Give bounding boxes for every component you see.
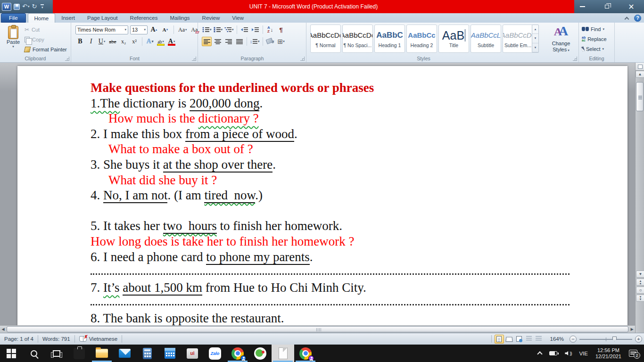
document-line[interactable]: 5. It takes her two hours to finish her … — [91, 218, 588, 234]
underline-button[interactable]: U▾ — [97, 37, 107, 46]
word-app-icon[interactable]: W — [2, 3, 11, 11]
word-document-button[interactable] — [272, 345, 294, 362]
calculator-button[interactable] — [136, 345, 158, 362]
shading-button[interactable]: ▾ — [265, 37, 275, 46]
zoom-in-icon[interactable]: + — [635, 336, 642, 343]
superscript-button[interactable]: x² — [130, 37, 139, 46]
styles-more-icon[interactable]: ▼ — [532, 43, 538, 52]
document-line[interactable]: How much is the dictionary ? — [91, 111, 588, 126]
zalo-button[interactable]: Zalo — [204, 345, 226, 362]
unikey-button[interactable]: ui — [181, 345, 204, 362]
align-left-button[interactable] — [202, 37, 212, 46]
strikethrough-button[interactable]: abe — [108, 37, 117, 46]
horizontal-scroll-thumb[interactable] — [7, 326, 628, 332]
document-line[interactable]: 2. I make this box from a piece of wood. — [91, 126, 588, 142]
tab-page-layout[interactable]: Page Layout — [81, 13, 124, 23]
tab-view[interactable]: View — [226, 13, 250, 23]
cut-button[interactable]: ✂Cut — [25, 25, 67, 33]
select-browse-object-icon[interactable]: ○ — [636, 287, 644, 294]
document-page[interactable]: Make questions for the underlined words … — [17, 66, 627, 325]
zoom-level[interactable]: 164% — [546, 336, 568, 342]
justify-button[interactable] — [234, 37, 244, 46]
battery-status[interactable] — [545, 345, 561, 362]
replace-button[interactable]: abacReplace — [582, 35, 607, 43]
full-screen-reading-view-icon[interactable] — [504, 335, 514, 344]
paragraph-dialog-launcher-icon[interactable] — [300, 57, 305, 61]
microsoft-store-button[interactable] — [68, 345, 91, 362]
document-line[interactable]: What to make a box out of ? — [91, 141, 588, 157]
font-dialog-launcher-icon[interactable] — [192, 57, 196, 61]
blank-line[interactable] — [91, 203, 588, 219]
chrome-profile1-button[interactable] — [226, 345, 249, 362]
dotted-answer-line[interactable] — [91, 295, 588, 311]
taskbar-search-button[interactable] — [23, 345, 45, 362]
document-line[interactable]: 7. It’s about 1,500 km from Hue to Ho Ch… — [91, 280, 588, 296]
shrink-font-button[interactable]: A▼ — [161, 25, 170, 34]
find-button[interactable]: Find▾ — [582, 25, 607, 33]
dotted-answer-line[interactable] — [91, 264, 588, 280]
tab-file[interactable]: File — [1, 13, 26, 23]
zoom-slider[interactable] — [579, 336, 632, 343]
chrome-profile2-button[interactable] — [294, 345, 317, 362]
align-right-button[interactable] — [223, 37, 233, 46]
document-line[interactable]: 3. She buys it at the shop over there. — [91, 157, 588, 173]
document-line[interactable]: 8. The bank is opposite the restaurant. — [91, 311, 588, 325]
scroll-left-icon[interactable]: ◀ — [0, 327, 6, 331]
decrease-indent-button[interactable] — [239, 25, 249, 34]
italic-button[interactable]: I — [86, 37, 96, 46]
clear-formatting-button[interactable]: Aa — [190, 25, 199, 34]
ruler-toggle-icon[interactable] — [636, 63, 644, 71]
scroll-up-icon[interactable]: ▲ — [636, 71, 644, 78]
document-line[interactable]: What did she buy it ? — [91, 173, 588, 188]
document-line[interactable]: Make questions for the underlined words … — [91, 80, 588, 96]
document-line[interactable]: 1.The dictionary is 200,000 dong. — [91, 96, 588, 111]
align-center-button[interactable] — [213, 37, 223, 46]
calendar-button[interactable] — [158, 345, 181, 362]
redo-icon[interactable]: ↻ — [32, 3, 37, 10]
outline-view-icon[interactable] — [524, 335, 534, 344]
mail-button[interactable] — [113, 345, 136, 362]
style-item-subtitle[interactable]: AaBbCcLSubtitle — [471, 25, 501, 53]
style-item-heading-2[interactable]: AaBbCcHeading 2 — [406, 25, 437, 53]
volume-status[interactable]: )) — [561, 345, 575, 362]
draft-view-icon[interactable] — [534, 335, 544, 344]
minimize-button[interactable] — [576, 2, 588, 11]
change-case-button[interactable]: Aa▾ — [177, 25, 188, 34]
next-page-icon[interactable]: ▼▼ — [636, 295, 644, 302]
text-effects-button[interactable]: A▾ — [145, 37, 155, 46]
document-line[interactable]: 6. I need a phone card to phone my paren… — [91, 249, 588, 265]
tab-mailings[interactable]: Mailings — [164, 13, 196, 23]
font-size-combo[interactable]: 13▾ — [130, 25, 148, 34]
previous-page-icon[interactable]: ▲▲ — [636, 279, 644, 286]
tray-expand-button[interactable] — [534, 345, 545, 362]
vertical-scroll-track[interactable] — [636, 78, 644, 262]
close-button[interactable]: ✕ — [625, 2, 637, 11]
copy-button[interactable]: Copy — [25, 35, 67, 43]
undo-dropdown-icon[interactable]: ▾ — [28, 5, 30, 8]
scroll-right-icon[interactable]: ▶ — [629, 327, 635, 331]
restore-button[interactable] — [601, 2, 613, 11]
customize-qat-icon[interactable]: ▾ — [41, 4, 44, 9]
tab-insert[interactable]: Insert — [55, 13, 81, 23]
clipboard-dialog-launcher-icon[interactable] — [65, 57, 69, 61]
styles-scroll-down-icon[interactable]: ▼ — [532, 34, 538, 43]
subscript-button[interactable]: x₂ — [119, 37, 128, 46]
proofing-status[interactable]: Vietnamese — [75, 333, 122, 345]
coccoc-button[interactable] — [249, 345, 272, 362]
document-line[interactable]: How long does is take her to finish her … — [91, 234, 588, 249]
vertical-scroll-thumb[interactable] — [636, 82, 644, 111]
show-hide-marks-button[interactable]: ¶ — [276, 25, 286, 34]
style-item-normal[interactable]: AaBbCcDc¶ Normal — [310, 25, 341, 53]
tab-review[interactable]: Review — [196, 13, 226, 23]
sort-button[interactable]: AZ↓ — [265, 25, 275, 34]
select-button[interactable]: Select▾ — [582, 45, 607, 53]
clock[interactable]: 12:56 PM12/21/2021 — [592, 345, 625, 362]
grow-font-button[interactable]: A▲ — [149, 25, 159, 34]
format-painter-button[interactable]: Format Painter — [25, 45, 67, 53]
style-item-subtle-em[interactable]: AaBbCcDcSubtle Em... — [503, 25, 533, 53]
save-icon[interactable] — [14, 4, 20, 10]
print-layout-view-icon[interactable] — [495, 335, 504, 344]
web-layout-view-icon[interactable] — [514, 335, 524, 344]
input-language[interactable]: VIE — [575, 345, 592, 362]
styles-dialog-launcher-icon[interactable] — [573, 57, 577, 61]
